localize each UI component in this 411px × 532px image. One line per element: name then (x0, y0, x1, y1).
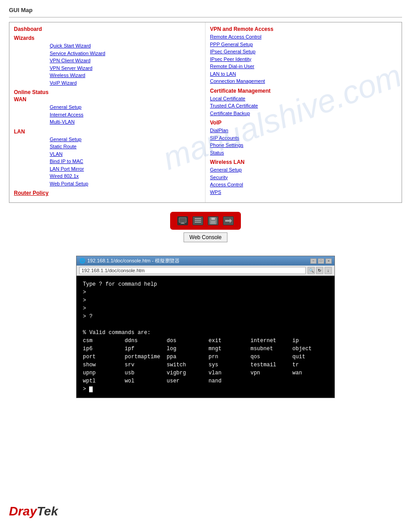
console-line-11: show srv switch sys testmail tr (83, 361, 328, 369)
gui-right-column: VPN and Remote Access Remote Access Cont… (206, 22, 402, 202)
vpn-remote-access-header: VPN and Remote Access (210, 26, 397, 32)
svg-rect-1 (181, 223, 184, 223)
console-line-5: > ? (83, 313, 328, 321)
gui-left-column: Dashboard Wizards Quick Start Wizard Ser… (9, 22, 206, 202)
wireless-general-setup-link[interactable]: General Setup (210, 166, 397, 174)
vpn-client-wizard-link[interactable]: VPN Client Wizard (50, 57, 201, 64)
lan-links: General Setup Static Route VLAN Bind IP … (50, 136, 201, 188)
local-certificate-link[interactable]: Local Certificate (210, 95, 397, 103)
voip-links: DialPlan SIP Accounts Phone Settings Sta… (210, 127, 397, 156)
browser-search-icon[interactable]: 🔍 (308, 267, 315, 274)
browser-address-bar: 192.168.1.1/doc/console.htm 🔍 ↻ ↓ (77, 266, 334, 276)
console-line-8: csm ddns dos exit internet ip (83, 337, 328, 345)
console-line-12: upnp usb vigbrg vlan vpn wan (83, 369, 328, 377)
browser-refresh-icon[interactable]: ↻ (316, 267, 323, 274)
cert-links: Local Certificate Trusted CA Certificate… (210, 95, 397, 117)
lan-port-mirror-link[interactable]: LAN Port Mirror (50, 165, 201, 173)
wan-general-setup-link[interactable]: General Setup (50, 103, 201, 111)
svg-rect-7 (211, 218, 215, 220)
save-icon (208, 216, 218, 225)
voip-status-link[interactable]: Status (210, 149, 397, 157)
browser-title-text: 192.168.1.1/doc/console.htm - 模擬瀏覽器 (87, 257, 180, 264)
vpn-links: Remote Access Control PPP General Setup … (210, 33, 397, 85)
wan-internet-access-link[interactable]: Internet Access (50, 111, 201, 119)
voip-header: VoIP (210, 120, 397, 126)
console-line-2: > (83, 288, 328, 296)
cert-backup-link[interactable]: Certificate Backup (210, 110, 397, 117)
lan-web-portal-setup-link[interactable]: Web Portal Setup (50, 180, 201, 188)
console-line-13: wptl wol user nand (83, 377, 328, 385)
dashboard-link[interactable]: Dashboard (14, 26, 201, 32)
quick-start-wizard-link[interactable]: Quick Start Wizard (50, 42, 201, 50)
exit-icon (223, 216, 234, 225)
lan-wired-8021x-link[interactable]: Wired 802.1x (50, 172, 201, 180)
wan-link[interactable]: WAN (14, 96, 201, 103)
wireless-wps-link[interactable]: WPS (210, 189, 397, 196)
cert-mgmt-header: Certificate Management (210, 88, 397, 94)
svg-rect-5 (195, 222, 201, 223)
ppp-general-setup-link[interactable]: PPP General Setup (210, 41, 397, 48)
browser-window: 🌐 192.168.1.1/doc/console.htm - 模擬瀏覽器 − … (76, 256, 335, 398)
sip-accounts-link[interactable]: SIP Accounts (210, 134, 397, 142)
console-line-1: Type ? for command help (83, 280, 328, 288)
service-activation-wizard-link[interactable]: Service Activation Wizard (50, 50, 201, 57)
draytek-logo: DrayTek (9, 504, 58, 519)
lan-static-route-link[interactable]: Static Route (50, 143, 201, 150)
lan-link[interactable]: LAN (14, 129, 201, 135)
console-area: Web Console (161, 212, 250, 242)
browser-maximize-button[interactable]: □ (318, 258, 324, 264)
trusted-ca-cert-link[interactable]: Trusted CA Certificate (210, 102, 397, 110)
console-line-3: > (83, 296, 328, 305)
svg-rect-3 (195, 218, 201, 219)
wireless-wizard-link[interactable]: Wireless Wizard (50, 72, 201, 79)
gui-map-container: Dashboard Wizards Quick Start Wizard Ser… (9, 22, 402, 203)
logo-dray: Dray (9, 504, 37, 519)
wizards-link[interactable]: Wizards (14, 35, 201, 41)
vpn-server-wizard-link[interactable]: VPN Server Wizard (50, 64, 201, 72)
lan-general-setup-link[interactable]: General Setup (50, 136, 201, 143)
divider (9, 17, 402, 17)
monitor-icon (177, 216, 188, 225)
svg-rect-8 (211, 221, 215, 223)
console-cursor (89, 386, 93, 392)
svg-rect-9 (225, 220, 230, 222)
remote-dialin-user-link[interactable]: Remote Dial-in User (210, 63, 397, 70)
logo-tek: Tek (37, 504, 58, 519)
phone-settings-link[interactable]: Phone Settings (210, 142, 397, 149)
browser-title-bar: 🌐 192.168.1.1/doc/console.htm - 模擬瀏覽器 − … (77, 256, 334, 266)
browser-download-icon[interactable]: ↓ (325, 267, 332, 274)
ipsec-peer-identity-link[interactable]: IPsec Peer Identity (210, 56, 397, 63)
browser-console-content: Type ? for command help > > > > ? % Vali… (77, 276, 334, 398)
browser-address-input[interactable]: 192.168.1.1/doc/console.htm (79, 267, 306, 274)
console-line-4: > (83, 305, 328, 313)
wan-multi-vlan-link[interactable]: Multi-VLAN (50, 118, 201, 126)
dialplan-link[interactable]: DialPlan (210, 127, 397, 134)
svg-rect-0 (179, 218, 186, 223)
console-line-10: port portmaptime ppa prn qos quit (83, 353, 328, 361)
wireless-lan-header: Wireless LAN (210, 159, 397, 165)
console-line-9: ip6 ipf log mngt msubnet object (83, 345, 328, 353)
browser-minimize-button[interactable]: − (310, 258, 317, 264)
browser-close-button[interactable]: × (325, 258, 332, 264)
browser-addr-icons: 🔍 ↻ ↓ (308, 267, 332, 274)
lan-vlan-link[interactable]: VLAN (50, 150, 201, 158)
wireless-access-control-link[interactable]: Access Control (210, 181, 397, 189)
web-console-button[interactable]: Web Console (184, 232, 227, 242)
svg-marker-10 (230, 219, 232, 223)
voip-wizard-link[interactable]: VoIP Wizard (50, 79, 201, 87)
router-policy-link[interactable]: Router Policy (14, 190, 201, 196)
wireless-security-link[interactable]: Security (210, 174, 397, 181)
ipsec-general-setup-link[interactable]: IPsec General Setup (210, 48, 397, 56)
svg-rect-4 (195, 220, 201, 221)
bars-icon (193, 216, 203, 225)
online-status-link[interactable]: Online Status (14, 89, 201, 95)
lan-bind-ip-mac-link[interactable]: Bind IP to MAC (50, 158, 201, 165)
console-prompt-line: > (83, 385, 328, 393)
connection-management-link[interactable]: Connection Management (210, 77, 397, 85)
wan-links: General Setup Internet Access Multi-VLAN (50, 103, 201, 126)
remote-access-control-link[interactable]: Remote Access Control (210, 33, 397, 41)
lan-to-lan-link[interactable]: LAN to LAN (210, 70, 397, 78)
page-title: GUI Map (9, 7, 33, 13)
wireless-links: General Setup Security Access Control WP… (210, 166, 397, 196)
console-line-6 (83, 321, 328, 329)
